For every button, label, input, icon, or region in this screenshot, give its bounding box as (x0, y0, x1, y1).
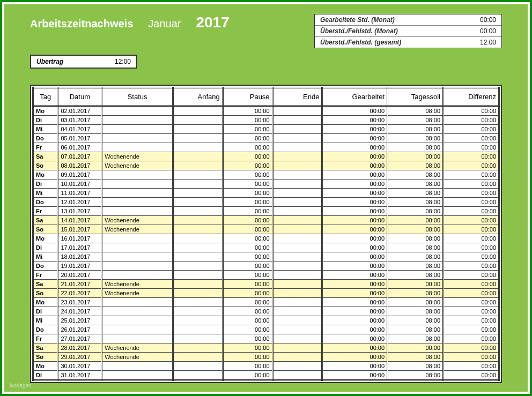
cell-gearbeitet[interactable]: 00:00 (322, 234, 388, 243)
cell-datum[interactable]: 24.01.2017 (58, 307, 102, 316)
cell-differenz[interactable]: 00:00 (444, 161, 499, 170)
cell-ende[interactable] (272, 198, 322, 207)
cell-datum[interactable]: 15.01.2017 (58, 225, 102, 234)
cell-pause[interactable]: 00:00 (223, 325, 272, 334)
cell-tag[interactable]: Mo (33, 234, 58, 243)
cell-differenz[interactable]: 00:00 (444, 261, 499, 271)
cell-pause[interactable]: 00:00 (223, 198, 272, 207)
cell-datum[interactable]: 13.01.2017 (58, 207, 102, 216)
cell-ende[interactable] (272, 152, 322, 161)
cell-ende[interactable] (272, 252, 322, 261)
cell-tagessoll[interactable]: 08:00 (388, 143, 444, 152)
cell-tagessoll[interactable]: 08:00 (388, 170, 444, 180)
cell-differenz[interactable]: 00:00 (444, 152, 499, 161)
cell-tagessoll[interactable]: 00:00 (388, 280, 444, 289)
cell-status[interactable]: Wochenende (102, 353, 173, 362)
cell-status[interactable] (102, 316, 173, 325)
cell-ende[interactable] (272, 207, 322, 216)
cell-anfang[interactable] (173, 289, 223, 298)
cell-gearbeitet[interactable]: 00:00 (322, 125, 388, 134)
cell-pause[interactable]: 00:00 (223, 170, 272, 180)
cell-gearbeitet[interactable]: 00:00 (322, 343, 388, 353)
cell-tagessoll[interactable]: 08:00 (388, 225, 444, 234)
cell-differenz[interactable]: 00:00 (444, 252, 499, 261)
cell-gearbeitet[interactable]: 00:00 (322, 353, 388, 362)
cell-differenz[interactable]: 00:00 (444, 307, 499, 316)
cell-pause[interactable]: 00:00 (223, 106, 272, 116)
cell-datum[interactable]: 09.01.2017 (58, 170, 102, 180)
cell-anfang[interactable] (173, 234, 223, 243)
cell-tagessoll[interactable]: 08:00 (388, 362, 444, 371)
cell-anfang[interactable] (173, 280, 223, 289)
cell-tagessoll[interactable]: 08:00 (388, 125, 444, 134)
cell-anfang[interactable] (173, 261, 223, 271)
cell-anfang[interactable] (173, 271, 223, 280)
cell-ende[interactable] (272, 362, 322, 371)
cell-pause[interactable]: 00:00 (223, 143, 272, 152)
cell-datum[interactable]: 16.01.2017 (58, 234, 102, 243)
cell-pause[interactable]: 00:00 (223, 316, 272, 325)
cell-ende[interactable] (272, 125, 322, 134)
cell-status[interactable]: Wochenende (102, 225, 173, 234)
cell-status[interactable]: Wochenende (102, 343, 173, 353)
cell-tag[interactable]: Di (33, 371, 58, 380)
cell-pause[interactable]: 00:00 (223, 261, 272, 271)
cell-differenz[interactable]: 00:00 (444, 353, 499, 362)
cell-ende[interactable] (272, 271, 322, 280)
cell-tagessoll[interactable]: 08:00 (388, 289, 444, 298)
cell-status[interactable] (102, 134, 173, 143)
cell-pause[interactable]: 00:00 (223, 243, 272, 252)
cell-tag[interactable]: Do (33, 261, 58, 271)
cell-datum[interactable]: 17.01.2017 (58, 243, 102, 252)
cell-pause[interactable]: 00:00 (223, 225, 272, 234)
cell-gearbeitet[interactable]: 00:00 (322, 170, 388, 180)
cell-gearbeitet[interactable]: 00:00 (322, 143, 388, 152)
cell-datum[interactable]: 30.01.2017 (58, 362, 102, 371)
cell-anfang[interactable] (173, 334, 223, 343)
cell-tagessoll[interactable]: 08:00 (388, 353, 444, 362)
cell-ende[interactable] (272, 261, 322, 271)
cell-tagessoll[interactable]: 00:00 (388, 152, 444, 161)
cell-anfang[interactable] (173, 125, 223, 134)
cell-gearbeitet[interactable]: 00:00 (322, 280, 388, 289)
cell-pause[interactable]: 00:00 (223, 180, 272, 189)
cell-differenz[interactable]: 00:00 (444, 280, 499, 289)
cell-anfang[interactable] (173, 189, 223, 198)
cell-ende[interactable] (272, 334, 322, 343)
cell-tag[interactable]: Sa (33, 280, 58, 289)
cell-anfang[interactable] (173, 180, 223, 189)
cell-differenz[interactable]: 00:00 (444, 243, 499, 252)
cell-tag[interactable]: So (33, 225, 58, 234)
cell-pause[interactable]: 00:00 (223, 289, 272, 298)
cell-datum[interactable]: 20.01.2017 (58, 271, 102, 280)
cell-ende[interactable] (272, 189, 322, 198)
cell-tagessoll[interactable]: 08:00 (388, 134, 444, 143)
cell-tag[interactable]: Mo (33, 106, 58, 116)
cell-anfang[interactable] (173, 161, 223, 170)
cell-ende[interactable] (272, 234, 322, 243)
cell-datum[interactable]: 12.01.2017 (58, 198, 102, 207)
cell-anfang[interactable] (173, 116, 223, 125)
cell-tagessoll[interactable]: 08:00 (388, 116, 444, 125)
cell-ende[interactable] (272, 134, 322, 143)
cell-gearbeitet[interactable]: 00:00 (322, 161, 388, 170)
cell-tag[interactable]: Mi (33, 252, 58, 261)
cell-gearbeitet[interactable]: 00:00 (322, 134, 388, 143)
cell-datum[interactable]: 26.01.2017 (58, 325, 102, 334)
cell-anfang[interactable] (173, 371, 223, 380)
cell-anfang[interactable] (173, 343, 223, 353)
cell-anfang[interactable] (173, 225, 223, 234)
cell-tagessoll[interactable]: 00:00 (388, 216, 444, 225)
cell-tag[interactable]: Do (33, 134, 58, 143)
cell-anfang[interactable] (173, 106, 223, 116)
cell-ende[interactable] (272, 161, 322, 170)
cell-differenz[interactable]: 00:00 (444, 271, 499, 280)
cell-status[interactable] (102, 106, 173, 116)
cell-tag[interactable]: So (33, 161, 58, 170)
cell-ende[interactable] (272, 353, 322, 362)
cell-gearbeitet[interactable]: 00:00 (322, 252, 388, 261)
cell-anfang[interactable] (173, 170, 223, 180)
cell-datum[interactable]: 21.01.2017 (58, 280, 102, 289)
cell-pause[interactable]: 00:00 (223, 298, 272, 307)
cell-tag[interactable]: Do (33, 325, 58, 334)
